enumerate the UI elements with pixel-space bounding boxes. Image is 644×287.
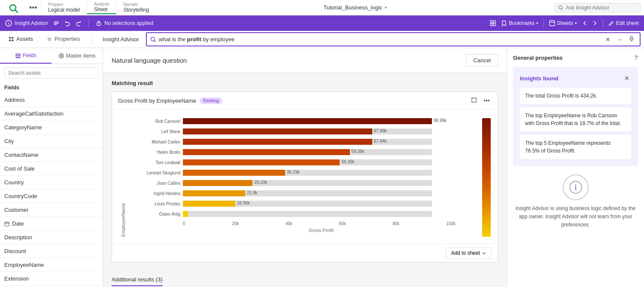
field-country-code[interactable]: CountryCode	[0, 189, 103, 203]
fields-search-area[interactable]	[0, 64, 103, 82]
undo-item[interactable]	[64, 20, 70, 26]
info-section: i Insight Advisor is using business logi…	[513, 174, 638, 229]
sheets-label: Sheets	[557, 20, 573, 26]
bar-container-5: 36.19k	[183, 170, 432, 176]
cancel-button[interactable]: Cancel	[466, 54, 498, 67]
next-arrow[interactable]	[592, 21, 598, 26]
prev-arrow[interactable]	[582, 21, 587, 26]
search-actions: ✕ →	[604, 35, 636, 44]
grid-icon	[490, 20, 496, 26]
field-contact[interactable]: ContactName	[0, 148, 103, 162]
bookmarks-item[interactable]: Bookmarks ▾	[501, 20, 538, 26]
svg-rect-17	[12, 40, 13, 41]
insight-item-0: The total Gross Profit is 434.2k.	[520, 88, 631, 104]
nlq-search-bar[interactable]: what is the profit by employee ✕ →	[146, 32, 641, 46]
search-mic-btn[interactable]	[627, 35, 636, 44]
field-description[interactable]: Description	[0, 231, 103, 244]
help-icon[interactable]: ?	[634, 54, 638, 61]
expand-chart-btn[interactable]	[470, 96, 478, 105]
bar-fill-7	[183, 190, 245, 196]
bookmark-icon	[501, 20, 507, 26]
field-address[interactable]: Address	[0, 93, 103, 107]
sidebar-tab-master[interactable]: Master items	[52, 48, 103, 64]
field-category[interactable]: CategoryName	[0, 121, 103, 134]
matching-result-section: Matching result Gross Profit by Employee…	[103, 73, 507, 276]
tab-assets[interactable]: Assets	[3, 33, 38, 46]
ask-insight-input[interactable]	[555, 3, 641, 12]
field-extension[interactable]: Extension	[0, 272, 103, 286]
bar-container-2: 67.84k	[183, 139, 432, 145]
field-customer[interactable]: Customer	[0, 203, 103, 217]
xaxis-100k: 100k	[446, 221, 456, 226]
ask-insight-field[interactable]	[566, 5, 637, 11]
app-name: Tutorial_Business_logic	[324, 4, 383, 11]
add-to-sheet-btn[interactable]: Add to sheet	[446, 247, 492, 259]
tab-properties[interactable]: Properties	[42, 33, 85, 46]
insight-toolbar: i Insight Advisor No selections applied …	[0, 15, 644, 31]
field-discount[interactable]: Discount	[0, 244, 103, 258]
expand-icon	[471, 98, 477, 103]
no-selections-item: No selections applied	[96, 20, 153, 26]
prepare-section[interactable]: Prepare Logical model	[41, 1, 87, 14]
menu-dots[interactable]: •••	[26, 4, 41, 12]
app-caret-icon[interactable]: ▾	[385, 5, 387, 10]
bar-row-1: Leif Shine 67.99k	[135, 127, 456, 136]
insight-advisor-icon-item[interactable]: i Insight Advisor	[5, 20, 48, 27]
chart-more-btn[interactable]: •••	[482, 96, 492, 105]
top-nav: ••• Prepare Logical model Analyze Sheet …	[0, 0, 644, 15]
xaxis-60k: 60k	[339, 221, 346, 226]
field-country[interactable]: Country	[0, 176, 103, 189]
svg-rect-11	[493, 24, 495, 26]
bar-row-8: Louis Presley 18.56k	[135, 199, 456, 208]
narrate-section[interactable]: Narrate Storytelling	[116, 1, 156, 14]
qlik-logo[interactable]	[3, 3, 26, 13]
calendar-icon	[4, 221, 9, 226]
bar-fill-4	[183, 159, 340, 165]
field-date[interactable]: Date	[0, 217, 103, 231]
field-employee[interactable]: EmployeeName	[0, 258, 103, 272]
grid-icon-item[interactable]	[490, 20, 496, 26]
field-city[interactable]: City	[0, 134, 103, 148]
bar-fill-9	[183, 211, 188, 217]
smart-search-icon-item[interactable]	[53, 20, 59, 26]
bar-label-7: Ingrid Hendrix	[135, 191, 180, 196]
undo-icon	[64, 20, 70, 26]
redo-item[interactable]	[76, 20, 82, 26]
close-insights-btn[interactable]: ✕	[623, 74, 631, 82]
search-submit-btn[interactable]: →	[615, 35, 624, 44]
bar-container-3: 59.39k	[183, 149, 432, 155]
nlq-header: Natural language question Cancel	[103, 48, 507, 73]
tab-divider	[92, 34, 92, 45]
tab-properties-label: Properties	[55, 36, 80, 42]
chart-card: Gross Profit by EmployeeName Ranking •••…	[112, 92, 498, 263]
sheets-item[interactable]: Sheets ▾	[549, 20, 577, 26]
xaxis-labels: 0 20k 40k 60k 80k 100k	[131, 221, 477, 226]
bar-row-5: Lennart Skoglund 36.19k	[135, 168, 456, 177]
left-arrow-icon	[582, 21, 587, 26]
svg-rect-9	[493, 21, 495, 23]
field-cost-of-sale[interactable]: Cost of Sale	[0, 162, 103, 176]
bar-row-6: Joan Callins 25.33k	[135, 178, 456, 188]
field-avg-call[interactable]: AverageCallSatisfaction	[0, 107, 103, 121]
left-sidebar: Fields Master items Fields Address Avera…	[0, 48, 103, 287]
bar-value-3: 59.39k	[352, 149, 365, 154]
sidebar-tab-fields[interactable]: Fields	[0, 48, 52, 64]
bookmarks-caret: ▾	[536, 21, 538, 25]
bar-value-5: 36.19k	[287, 170, 300, 174]
second-toolbar: Assets Properties Insight Advisor what i…	[0, 31, 644, 48]
info-text: Insight Advisor is using business logic …	[513, 205, 638, 229]
svg-line-21	[154, 40, 155, 42]
prepare-label: Prepare	[48, 2, 80, 7]
bar-row-9: Östen Ärlig	[135, 209, 456, 219]
bar-label-0: Rob Carsson	[135, 119, 180, 124]
edit-sheet-item[interactable]: Edit sheet	[608, 20, 639, 26]
analyze-section[interactable]: Analyze Sheet	[87, 1, 116, 14]
search-clear-btn[interactable]: ✕	[604, 35, 612, 44]
bar-row-2: Michael Carlen 67.84k	[135, 137, 456, 147]
bar-value-0: 88.99k	[434, 118, 447, 123]
bar-container-6: 25.33k	[183, 180, 432, 186]
divider2	[544, 19, 544, 27]
fields-search-input[interactable]	[4, 67, 98, 79]
svg-rect-16	[9, 40, 11, 41]
main-content: Fields Master items Fields Address Avera…	[0, 48, 644, 287]
